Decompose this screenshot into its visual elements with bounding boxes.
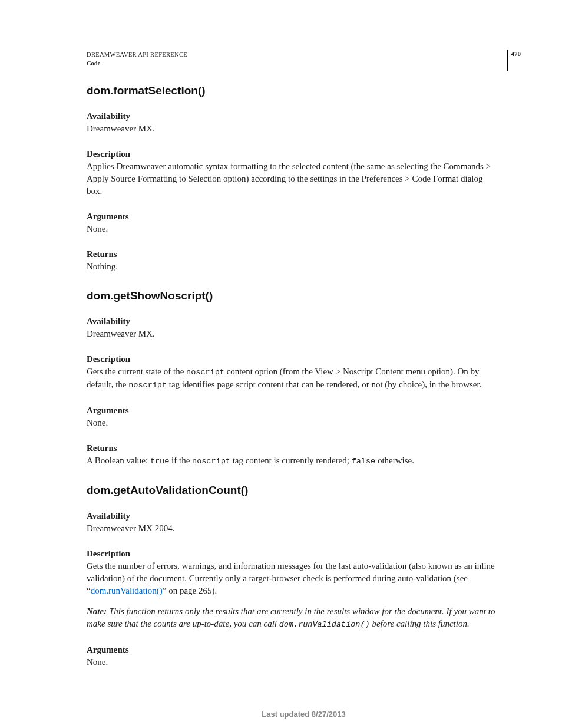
availability-text: Dreamweaver MX. xyxy=(87,123,499,135)
page-number: 470 xyxy=(507,50,521,71)
description-label: Description xyxy=(87,354,521,364)
availability-label: Availability xyxy=(87,317,521,327)
code-noscript: noscript xyxy=(192,457,230,466)
arguments-label: Arguments xyxy=(87,645,521,655)
description-label: Description xyxy=(87,549,521,559)
availability-text: Dreamweaver MX 2004. xyxy=(87,522,499,535)
header: DREAMWEAVER API REFERENCE Code 470 xyxy=(87,50,521,71)
footer: Last updated 8/27/2013 xyxy=(87,710,521,719)
code-false: false xyxy=(352,457,376,466)
arguments-label: Arguments xyxy=(87,212,521,222)
heading-getshownoscript: dom.getShowNoscript() xyxy=(87,289,521,302)
availability-label: Availability xyxy=(87,111,521,121)
description-text: Applies Dreamweaver automatic syntax for… xyxy=(87,160,499,197)
arguments-text: None. xyxy=(87,656,499,668)
header-title: DREAMWEAVER API REFERENCE xyxy=(87,50,187,59)
arguments-label: Arguments xyxy=(87,406,521,416)
note: Note: This function returns only the res… xyxy=(87,605,499,631)
header-left: DREAMWEAVER API REFERENCE Code xyxy=(87,50,187,68)
code-noscript: noscript xyxy=(128,381,167,390)
code-true: true xyxy=(150,457,169,466)
header-subtitle: Code xyxy=(87,59,187,68)
code-runvalidation: dom.runValidation() xyxy=(279,620,370,629)
returns-label: Returns xyxy=(87,443,521,453)
arguments-text: None. xyxy=(87,417,499,429)
arguments-text: None. xyxy=(87,223,499,235)
description-text: Gets the number of errors, warnings, and… xyxy=(87,560,499,597)
description-label: Description xyxy=(87,149,521,159)
returns-text: Nothing. xyxy=(87,261,499,273)
code-noscript: noscript xyxy=(186,368,224,377)
availability-text: Dreamweaver MX. xyxy=(87,328,499,340)
heading-formatselection: dom.formatSelection() xyxy=(87,84,521,97)
content: dom.formatSelection() Availability Dream… xyxy=(87,84,521,668)
description-text: Gets the current state of the noscript c… xyxy=(87,365,499,391)
returns-text: A Boolean value: true if the noscript ta… xyxy=(87,454,499,467)
availability-label: Availability xyxy=(87,511,521,521)
returns-label: Returns xyxy=(87,249,521,259)
link-runvalidation[interactable]: dom.runValidation() xyxy=(91,586,163,595)
heading-getautovalidationcount: dom.getAutoValidationCount() xyxy=(87,484,521,497)
note-label: Note: xyxy=(87,607,109,616)
